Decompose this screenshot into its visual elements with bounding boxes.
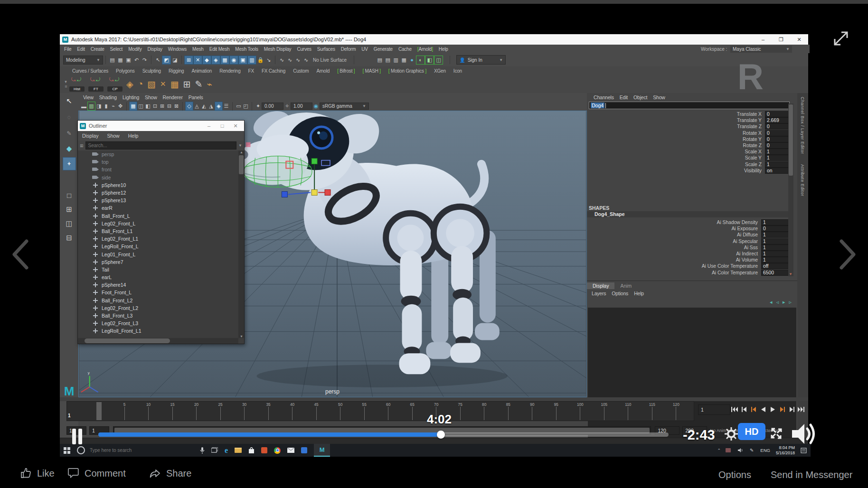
channel-menu-item[interactable]: Show xyxy=(650,94,668,100)
time-slider[interactable]: 5 10 15 20 25 xyxy=(66,401,694,421)
panel-menu-item[interactable]: Show xyxy=(142,94,160,100)
xray-icon[interactable]: ◬ xyxy=(193,102,200,110)
outliner-item[interactable]: Foot_Front_L xyxy=(78,289,238,296)
outliner-minimize-button[interactable]: – xyxy=(202,122,216,130)
shape-attribute-row[interactable]: Ai Indirect 1 xyxy=(587,251,797,257)
edge-icon[interactable]: e xyxy=(225,446,228,455)
channel-attribute-row[interactable]: Scale Y 1 xyxy=(587,155,797,161)
outliner-item[interactable]: pSphere12 xyxy=(78,189,238,197)
outliner-item[interactable]: Leg02_Front_L1 xyxy=(78,235,238,243)
minimize-button[interactable]: – xyxy=(754,35,772,44)
xray-joints-icon[interactable]: ◭ xyxy=(200,102,208,110)
shelf-badge-button[interactable]: ⤿ ⤾ FT xyxy=(88,76,105,92)
expand-video-icon[interactable] xyxy=(830,28,852,51)
channel-attribute-row[interactable]: Visibility on xyxy=(587,168,797,174)
shaded-icon[interactable]: ◫ xyxy=(137,102,144,110)
outliner-item[interactable]: pSphere7 xyxy=(78,258,238,266)
photos-icon[interactable] xyxy=(301,447,307,453)
tray-expand-icon[interactable]: ⌃ xyxy=(717,448,721,453)
shelf-tab[interactable]: Curves / Surfaces xyxy=(68,68,112,74)
history-curve2-icon[interactable]: ∿ xyxy=(294,56,302,64)
arnold-ipr-icon[interactable]: ◧ xyxy=(425,56,434,65)
maximize-button[interactable]: ❐ xyxy=(772,35,790,44)
aa-icon[interactable]: ⊠ xyxy=(173,102,180,110)
snap-view-icon[interactable]: ▦ xyxy=(220,56,229,65)
open-scene-icon[interactable]: ▦ xyxy=(116,56,124,64)
channel-attribute-row[interactable]: Scale X 1 xyxy=(587,149,797,155)
layout-split-icon[interactable]: ◫ xyxy=(66,216,72,231)
layout-outliner-icon[interactable]: ⊟ xyxy=(66,231,72,245)
snap-projected-icon[interactable]: ◈ xyxy=(211,56,220,65)
panel-menu-item[interactable]: Lighting xyxy=(120,94,142,100)
layer-new-icon[interactable]: ▸ xyxy=(783,299,785,305)
isolate-icon[interactable]: ◇ xyxy=(185,102,193,111)
channel-menu-item[interactable]: Channels xyxy=(591,94,617,100)
tab-display[interactable]: Display xyxy=(587,282,614,289)
workspace-dropdown[interactable]: Maya Classic▼ xyxy=(730,46,792,53)
outliner-item[interactable]: LegRoll_Front_L xyxy=(78,243,238,250)
history-curve-icon[interactable]: ∿ xyxy=(286,56,294,64)
play-forwards-button[interactable] xyxy=(768,405,777,413)
menu-item[interactable]: Help xyxy=(436,47,451,52)
channel-menu-item[interactable]: Object xyxy=(631,94,650,100)
send-in-messenger-button[interactable]: Send in Messenger xyxy=(771,469,852,480)
outliner-item[interactable]: earL xyxy=(78,273,238,281)
new-scene-icon[interactable]: ▤ xyxy=(108,56,116,64)
outliner-vscrollbar[interactable]: ▲ ▼ xyxy=(238,150,244,338)
shelf-tab[interactable]: MASH xyxy=(359,68,384,74)
shelf-badge-button[interactable]: ⤿ ⤾ Hist xyxy=(69,76,86,92)
channel-attribute-row[interactable]: Translate X 0 xyxy=(587,111,797,117)
shelf-tab[interactable]: Motion Graphics xyxy=(385,68,430,74)
mail-icon[interactable] xyxy=(287,448,294,453)
gamma-field[interactable]: 1.00 xyxy=(291,103,312,110)
curve-tool-icon[interactable]: ◔ xyxy=(138,79,143,89)
shape-attribute-row[interactable]: Ai Exposure 0 xyxy=(587,225,797,232)
shelf-badge-button[interactable]: ⤿ ⤾ CP xyxy=(107,76,124,92)
file-explorer-icon[interactable] xyxy=(235,448,242,453)
hd-quality-badge[interactable]: HD xyxy=(738,423,765,440)
outliner-item[interactable]: pSphere10 xyxy=(78,181,238,189)
shape-attribute-row[interactable]: Ai Use Color Temperature off xyxy=(587,263,797,269)
select-object-icon[interactable]: ◩ xyxy=(162,56,171,65)
layout-grid-icon[interactable]: ⊞ xyxy=(183,79,191,90)
menu-item[interactable]: Edit Mesh xyxy=(207,47,233,52)
shape-attribute-row[interactable]: Ai Shadow Density 1 xyxy=(587,219,797,225)
video-scrubber-handle[interactable] xyxy=(437,431,445,439)
camera-attrs-icon[interactable]: ◨ xyxy=(95,102,103,110)
color-mgmt-icon[interactable]: ◉ xyxy=(312,102,320,110)
panel-menu-item[interactable]: Panels xyxy=(186,94,206,100)
menu-item[interactable]: Mesh xyxy=(189,47,207,52)
cube-tool-icon[interactable]: ▧ xyxy=(147,79,156,90)
shelf-tab[interactable]: XGen xyxy=(430,68,450,74)
ipr-render-icon[interactable]: ▤ xyxy=(384,56,392,64)
render-sphere-icon[interactable]: ● xyxy=(408,56,416,64)
fullscreen-icon[interactable] xyxy=(767,424,785,444)
shape-attribute-row[interactable]: Ai Specular 1 xyxy=(587,238,797,244)
arnold-render-icon[interactable]: ◐ xyxy=(416,56,425,65)
channel-attribute-row[interactable]: Translate Z 0 xyxy=(587,123,797,130)
construction-history-icon[interactable]: ∿ xyxy=(278,56,286,64)
menu-item[interactable]: UV xyxy=(359,47,371,52)
outliner-item[interactable]: Leg01_Front_L xyxy=(78,250,238,258)
select-tool-icon[interactable]: ↖ xyxy=(66,93,72,109)
snap-scale-icon[interactable]: ▥ xyxy=(247,56,256,65)
outliner-item[interactable]: Ball_Front_L2 xyxy=(78,297,238,304)
highlight-selection-icon[interactable]: ↘ xyxy=(264,56,273,64)
menu-item[interactable]: Mesh Tools xyxy=(232,47,261,52)
next-video-arrow[interactable] xyxy=(838,237,858,273)
timeline-sash[interactable] xyxy=(60,397,808,401)
outliner-item[interactable]: Ball_Front_L xyxy=(78,212,238,220)
gamma-icon[interactable]: ✧ xyxy=(283,102,291,110)
menu-item[interactable]: Arnold xyxy=(415,47,436,52)
shelf-tab[interactable]: Bifrost xyxy=(333,68,359,74)
all-lights-icon[interactable]: ⊡ xyxy=(151,102,159,110)
layer-menu-item[interactable]: Layers xyxy=(589,291,609,296)
shelf-tab[interactable]: Animation xyxy=(188,68,216,74)
hud-icon[interactable]: ☰ xyxy=(223,102,230,110)
sel-highlight-icon[interactable]: ◮ xyxy=(208,102,215,110)
maya-titlebar[interactable]: M Autodesk Maya 2017: C:\Users\lti-r01\D… xyxy=(60,34,808,45)
delete-tool-icon[interactable]: ✕ xyxy=(160,80,166,88)
arnold-settings-icon[interactable]: ◫ xyxy=(434,56,443,65)
wireframe-icon[interactable]: ▦ xyxy=(129,102,137,111)
tray-app-icon[interactable] xyxy=(726,448,731,452)
